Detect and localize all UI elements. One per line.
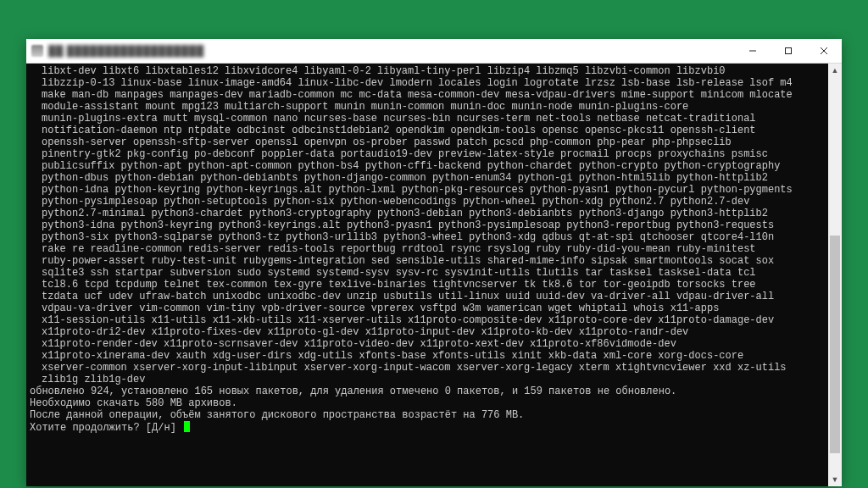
package-line: vdpau-va-driver vim-common vim-tiny vpb-… <box>30 302 825 314</box>
minimize-button[interactable] <box>735 39 771 63</box>
package-line: python2.7-minimal python3-chardet python… <box>30 208 825 219</box>
package-line: xserver-common xserver-xorg-input-libinp… <box>30 362 825 374</box>
package-line: python3-six python3-sqlparse python3-tz … <box>30 231 825 243</box>
package-line: libzzip-0-13 linux-base linux-image-amd6… <box>30 77 825 89</box>
package-line: pinentry-gtk2 pkg-config po-debconf popp… <box>30 148 825 160</box>
cursor <box>184 421 190 432</box>
package-line: python-dbus python-debian python-debianb… <box>30 172 825 184</box>
package-line: x11proto-dri2-dev x11proto-fixes-dev x11… <box>30 326 825 338</box>
package-line: x11-session-utils x11-utils x11-xkb-util… <box>30 314 825 326</box>
scroll-up-button[interactable]: ▲ <box>828 64 842 77</box>
package-line: publicsuffix python-apt python-apt-commo… <box>30 160 825 172</box>
title-left: ██ ██████████████████ <box>26 45 204 57</box>
package-line: rake re readline-common redis-server red… <box>30 243 825 255</box>
package-line: tcl8.6 tcpd tcpdump telnet tex-common te… <box>30 279 825 291</box>
scrollbar[interactable]: ▲ ▼ <box>828 64 842 486</box>
package-line: openssh-server openssh-sftp-server opens… <box>30 136 825 148</box>
terminal-body: libxt-dev libxt6 libxtables12 libxvidcor… <box>26 64 842 486</box>
package-line: zlib1g zlib1g-dev <box>30 374 825 385</box>
terminal-window: ██ ██████████████████ libxt-dev libxt6 l… <box>26 39 842 486</box>
package-line: libxt-dev libxt6 libxtables12 libxvidcor… <box>30 65 825 77</box>
scroll-thumb[interactable] <box>830 236 840 453</box>
package-line: python3-idna python3-keyring python3-key… <box>30 219 825 231</box>
window-title: ██ ██████████████████ <box>48 45 204 57</box>
package-line: sqlite3 ssh startpar subversion sudo sys… <box>30 267 825 279</box>
close-button[interactable] <box>806 39 842 63</box>
svg-rect-1 <box>786 48 792 54</box>
package-line: python-idna python-keyring python-keyrin… <box>30 184 825 196</box>
summary-line: Необходимо скачать 580 MB архивов. <box>30 397 825 409</box>
package-line: x11proto-xinerama-dev xauth xdg-user-dir… <box>30 350 825 362</box>
package-line: python-pysimplesoap python-setuptools py… <box>30 196 825 208</box>
scroll-track[interactable] <box>828 77 842 473</box>
scroll-down-button[interactable]: ▼ <box>828 473 842 486</box>
titlebar[interactable]: ██ ██████████████████ <box>26 39 842 64</box>
package-line: x11proto-render-dev x11proto-scrnsaver-d… <box>30 338 825 350</box>
package-line: make man-db manpages manpages-dev mariad… <box>30 89 825 101</box>
app-icon <box>31 45 43 57</box>
maximize-button[interactable] <box>771 39 806 63</box>
terminal-output[interactable]: libxt-dev libxt6 libxtables12 libxvidcor… <box>26 64 828 486</box>
summary-line: обновлено 924, установлено 165 новых пак… <box>30 385 825 397</box>
package-line: ruby-power-assert ruby-test-unit rubygem… <box>30 255 825 267</box>
package-line: notification-daemon ntp ntpdate odbcinst… <box>30 125 825 136</box>
package-line: munin-plugins-extra mutt mysql-common na… <box>30 113 825 125</box>
package-line: module-assistant mount mpg123 multiarch-… <box>30 101 825 113</box>
package-line: tzdata ucf udev ufraw-batch unixodbc uni… <box>30 291 825 302</box>
continue-prompt[interactable]: Хотите продолжить? [Д/н] <box>30 421 825 434</box>
summary-line: После данной операции, объём занятого ди… <box>30 409 825 421</box>
